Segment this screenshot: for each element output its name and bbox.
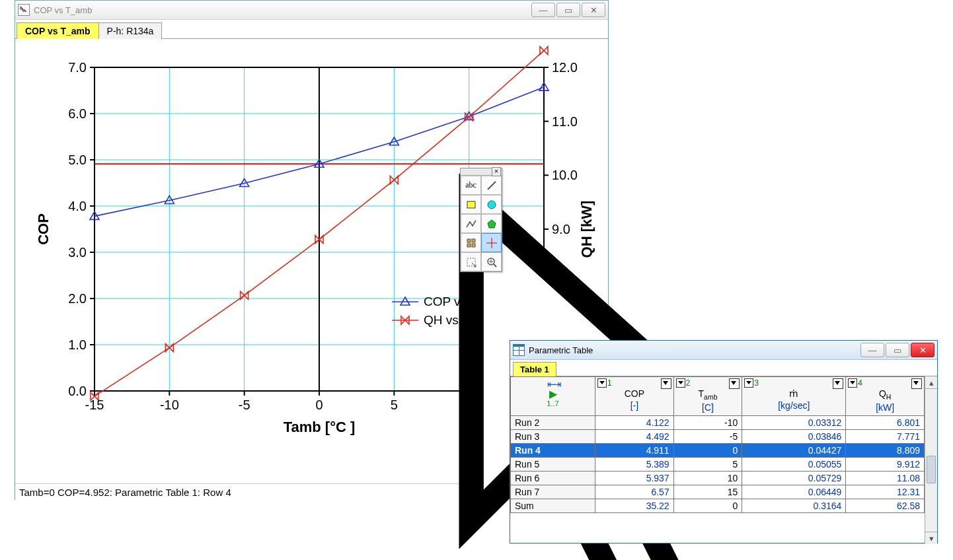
tool-palette-grip[interactable]: × — [461, 168, 502, 176]
table-titlebar[interactable]: Parametric Table — ▭ ✕ — [510, 341, 937, 360]
plot-titlebar[interactable]: COP vs T_amb — ▭ ✕ — [15, 1, 608, 20]
cell[interactable]: 0.06449 — [742, 485, 846, 499]
col-sort-icon[interactable] — [911, 378, 922, 389]
cell[interactable]: 5 — [673, 458, 742, 472]
cell[interactable]: 0.04427 — [742, 444, 846, 458]
tab-ph-r134a[interactable]: P-h: R134a — [98, 22, 163, 39]
tool-polygon[interactable] — [481, 214, 502, 233]
cell[interactable]: 4.122 — [595, 416, 674, 430]
row-label[interactable]: Run 2 — [511, 416, 595, 430]
table-row[interactable]: Run 24.122-100.033126.801 — [511, 416, 925, 430]
tool-text[interactable]: abc — [461, 176, 481, 195]
cell[interactable]: 0 — [673, 499, 742, 513]
scroll-up-icon[interactable]: ▴ — [925, 376, 937, 389]
cell[interactable]: 35.22 — [595, 499, 674, 513]
scroll-down-icon[interactable]: ▾ — [925, 532, 937, 544]
table-row[interactable]: Sum35.2200.316462.58 — [511, 499, 925, 513]
cell[interactable]: 0.05055 — [742, 458, 846, 472]
row-label[interactable]: Sum — [511, 499, 595, 513]
svg-rect-89 — [467, 239, 471, 242]
cell[interactable]: 4.911 — [595, 444, 674, 458]
cell[interactable]: 10 — [673, 472, 742, 485]
col-unit: [kg/sec] — [778, 400, 810, 411]
cell[interactable]: 0.03846 — [742, 430, 846, 444]
cell[interactable]: 8.809 — [846, 444, 925, 458]
tool-polyline[interactable] — [461, 214, 481, 233]
tool-select-region[interactable] — [461, 252, 481, 271]
cell[interactable]: 15 — [673, 485, 742, 499]
tool-align[interactable] — [461, 233, 481, 252]
row-label[interactable]: Run 4 — [511, 444, 595, 458]
cell[interactable]: 0 — [673, 444, 742, 458]
cell[interactable]: 5.937 — [595, 472, 674, 485]
col-menu-icon[interactable] — [744, 378, 753, 388]
col-menu-icon[interactable] — [597, 378, 607, 388]
row-label[interactable]: Run 3 — [511, 430, 595, 444]
cell[interactable]: 0.03312 — [742, 416, 846, 430]
scroll-thumb[interactable] — [927, 456, 936, 483]
resize-columns-icon[interactable]: ⇤⇥ — [547, 378, 559, 390]
cell[interactable]: 12.31 — [846, 485, 925, 499]
tab-cop-vs-tamb[interactable]: COP vs T_amb — [17, 22, 99, 39]
cell[interactable]: 11.08 — [846, 472, 925, 485]
svg-rect-90 — [472, 239, 475, 242]
row-label[interactable]: Run 5 — [511, 458, 595, 472]
svg-rect-86 — [467, 201, 475, 208]
col-header-3[interactable]: 3ṁ[kg/sec] — [742, 377, 846, 416]
cell[interactable]: -5 — [673, 430, 742, 444]
cell[interactable]: -10 — [673, 416, 742, 430]
svg-text:0.0: 0.0 — [68, 384, 87, 398]
svg-text:3.0: 3.0 — [68, 245, 87, 260]
tool-circle[interactable] — [481, 195, 502, 214]
tool-crosshair[interactable] — [481, 233, 502, 252]
svg-text:QH vs Tamb: QH vs Tamb — [424, 313, 492, 327]
svg-text:12.0: 12.0 — [552, 60, 578, 75]
cell[interactable]: 0.05729 — [742, 472, 846, 485]
run-header[interactable]: ⇤⇥▶1..7 — [511, 377, 595, 416]
table-minimize-button[interactable]: — — [860, 343, 884, 357]
plot-window-title: COP vs T_amb — [34, 5, 92, 15]
cell[interactable]: 7.771 — [846, 430, 925, 444]
svg-text:8.0: 8.0 — [552, 276, 570, 291]
tool-rect[interactable] — [461, 195, 481, 214]
col-header-1[interactable]: 1COP[-] — [595, 377, 674, 416]
table-row[interactable]: Run 55.38950.050559.912 — [511, 458, 925, 472]
table-window-icon — [513, 344, 525, 356]
row-label[interactable]: Run 6 — [511, 472, 595, 485]
row-label[interactable]: Run 7 — [511, 485, 595, 499]
table-row[interactable]: Run 65.937100.0572911.08 — [511, 472, 925, 485]
table-row[interactable]: Run 34.492-50.038467.771 — [511, 430, 925, 444]
maximize-button[interactable]: ▭ — [556, 3, 580, 17]
col-sort-icon[interactable] — [729, 378, 740, 389]
col-header-2[interactable]: 2Tamb[C] — [673, 377, 742, 416]
col-menu-icon[interactable] — [676, 378, 685, 388]
cell[interactable]: 6.801 — [846, 416, 925, 430]
tool-zoom[interactable] — [481, 252, 502, 271]
col-sort-icon[interactable] — [833, 378, 843, 389]
cell[interactable]: 0.3164 — [742, 499, 846, 513]
col-unit: [kW] — [876, 402, 894, 413]
plot-tab-strip: COP vs T_amb P-h: R134a — [15, 20, 608, 39]
table-scrollbar[interactable]: ▴ ▾ — [925, 376, 937, 544]
tool-line[interactable] — [481, 176, 502, 195]
tool-palette[interactable]: × abc — [460, 168, 502, 272]
cell[interactable]: 5.389 — [595, 458, 674, 472]
col-menu-icon[interactable] — [848, 378, 857, 388]
table-grid[interactable]: ⇤⇥▶1..71COP[-]2Tamb[C]3ṁ[kg/sec]4QH[kW] … — [510, 376, 925, 544]
col-header-4[interactable]: 4QH[kW] — [846, 377, 925, 416]
cell[interactable]: 62.58 — [846, 499, 925, 513]
close-button[interactable]: ✕ — [582, 3, 605, 17]
run-all-icon[interactable]: ▶ — [515, 389, 591, 400]
table-row[interactable]: Run 44.91100.044278.809 — [511, 444, 925, 458]
cell[interactable]: 4.492 — [595, 430, 674, 444]
table-close-button[interactable]: ✕ — [911, 343, 934, 357]
tool-palette-close[interactable]: × — [492, 167, 501, 176]
cell[interactable]: 9.912 — [846, 458, 925, 472]
minimize-button[interactable]: — — [531, 3, 555, 17]
col-sort-icon[interactable] — [661, 378, 671, 389]
cell[interactable]: 6.57 — [595, 485, 674, 499]
svg-text:5: 5 — [391, 398, 398, 412]
table-maximize-button[interactable]: ▭ — [886, 343, 909, 357]
table-tab-1[interactable]: Table 1 — [513, 362, 556, 376]
table-row[interactable]: Run 76.57150.0644912.31 — [511, 485, 925, 499]
